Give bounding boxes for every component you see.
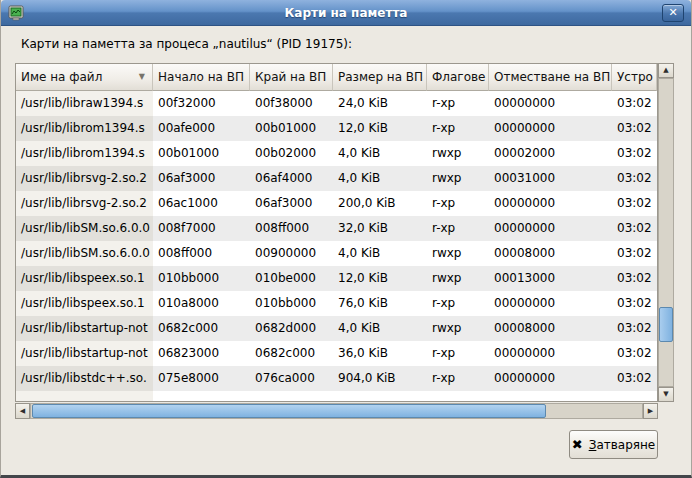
column-header-vm-start[interactable]: Начало на ВП	[153, 64, 250, 91]
table-cell: /usr/lib/libSM.so.6.0.0	[16, 241, 153, 266]
table-header-row: Име на файл ▼ Начало на ВП Край на ВП Ра…	[16, 64, 657, 91]
table-cell: 03:02	[612, 191, 657, 216]
system-monitor-icon	[8, 5, 24, 21]
horizontal-scrollbar[interactable]: ◀ ▶	[15, 403, 658, 419]
table-row[interactable]: /usr/lib/libspeex.so.1010bb000010be00012…	[16, 266, 657, 291]
sort-descending-icon: ▼	[139, 73, 145, 81]
column-header-filename[interactable]: Име на файл ▼	[16, 64, 153, 91]
table-cell: 0682d000	[250, 316, 333, 341]
table-cell: 03:02	[612, 366, 657, 391]
table-cell: rwxp	[427, 241, 489, 266]
table-cell: /usr/lib/librom1394.s	[16, 141, 153, 166]
table-cell: r-xp	[427, 291, 489, 316]
table-cell: 06ac1000	[153, 191, 250, 216]
table-cell: /usr/lib/libspeex.so.1	[16, 291, 153, 316]
table-cell: 00008000	[489, 316, 612, 341]
table-cell: 00008000	[489, 241, 612, 266]
table-cell: 03:02	[612, 266, 657, 291]
horizontal-scrollbar-thumb[interactable]	[32, 404, 546, 418]
table-cell: 00031000	[489, 166, 612, 191]
table-cell: 12,0 KiB	[333, 116, 427, 141]
table-cell: 00b01000	[153, 141, 250, 166]
table-cell: r-xp	[427, 341, 489, 366]
table-cell: 03:02	[612, 116, 657, 141]
table-cell: 008ff000	[153, 241, 250, 266]
table-cell: 12,0 KiB	[333, 266, 427, 291]
vertical-scrollbar[interactable]: ▲ ▼	[658, 63, 674, 402]
table-cell: 00000000	[489, 341, 612, 366]
table-row[interactable]: /usr/lib/libSM.so.6.0.0008f7000008ff0003…	[16, 216, 657, 241]
table-row[interactable]: /usr/lib/libraw1394.s00f3200000f3800024,…	[16, 91, 657, 116]
table-cell: 00000000	[489, 366, 612, 391]
table-row[interactable]: /usr/lib/librsvg-2.so.206af300006af40004…	[16, 166, 657, 191]
table-row[interactable]: /usr/lib/libSM.so.6.0.0008ff000009000004…	[16, 241, 657, 266]
table-cell: rwxp	[427, 266, 489, 291]
table-cell: r-xp	[427, 91, 489, 116]
table-cell: r-xp	[427, 216, 489, 241]
process-heading: Карти на паметта за процеса „nautilus“ (…	[21, 37, 352, 51]
table-cell: 00b02000	[250, 141, 333, 166]
table-cell: 200,0 KiB	[333, 191, 427, 216]
scroll-left-icon[interactable]: ◀	[15, 403, 30, 419]
table-cell: rwxp	[427, 316, 489, 341]
column-header-vm-size[interactable]: Размер на ВП	[333, 64, 427, 91]
scroll-right-icon[interactable]: ▶	[643, 403, 658, 419]
table-cell: 4,0 KiB	[333, 316, 427, 341]
table-row[interactable]: /usr/lib/librom1394.s00b0100000b020004,0…	[16, 141, 657, 166]
table-body: /usr/lib/libraw1394.s00f3200000f3800024,…	[16, 91, 657, 391]
scroll-up-icon[interactable]: ▲	[658, 63, 674, 78]
table-cell: /usr/lib/libstdc++.so.	[16, 366, 153, 391]
table-cell: /usr/lib/libspeex.so.1	[16, 266, 153, 291]
table-cell: r-xp	[427, 366, 489, 391]
scroll-down-icon[interactable]: ▼	[658, 387, 674, 402]
memory-maps-dialog: Карти на паметта ✕ Карти на паметта за п…	[0, 0, 692, 478]
table-row[interactable]: /usr/lib/libstdc++.so.075e8000076ca00090…	[16, 366, 657, 391]
table-cell: 76,0 KiB	[333, 291, 427, 316]
table-row[interactable]: /usr/lib/libstartup-not068230000682c0003…	[16, 341, 657, 366]
table-cell: r-xp	[427, 191, 489, 216]
table-cell: 36,0 KiB	[333, 341, 427, 366]
table-cell: 904,0 KiB	[333, 366, 427, 391]
column-header-vm-end[interactable]: Край на ВП	[250, 64, 333, 91]
table-cell: 24,0 KiB	[333, 91, 427, 116]
table-cell: 03:02	[612, 141, 657, 166]
titlebar[interactable]: Карти на паметта ✕	[1, 0, 691, 26]
vertical-scrollbar-thumb[interactable]	[659, 307, 673, 342]
titlebar-close-icon[interactable]: ✕	[662, 4, 684, 22]
table-cell: 00b01000	[250, 116, 333, 141]
table-cell: rwxp	[427, 141, 489, 166]
table-cell: 008f7000	[153, 216, 250, 241]
table-row[interactable]: /usr/lib/librom1394.s00afe00000b0100012,…	[16, 116, 657, 141]
close-button-label: Затваряне	[589, 438, 656, 452]
close-x-icon: ✖	[572, 438, 583, 451]
table-cell: 32,0 KiB	[333, 216, 427, 241]
table-cell: 06af3000	[250, 191, 333, 216]
table-cell: 00000000	[489, 116, 612, 141]
column-header-flags[interactable]: Флагове	[427, 64, 489, 91]
table-cell: 00000000	[489, 91, 612, 116]
table-cell: 010bb000	[250, 291, 333, 316]
column-header-device[interactable]: Устро	[612, 64, 657, 91]
table-cell: 03:02	[612, 291, 657, 316]
table-cell: /usr/lib/libstartup-not	[16, 341, 153, 366]
table-cell: 00afe000	[153, 116, 250, 141]
table-cell: /usr/lib/libraw1394.s	[16, 91, 153, 116]
window-title: Карти на паметта	[31, 6, 661, 20]
table-cell: 008ff000	[250, 216, 333, 241]
table-cell: 00000000	[489, 191, 612, 216]
table-cell: 03:02	[612, 166, 657, 191]
table-row[interactable]: /usr/lib/libstartup-not0682c0000682d0004…	[16, 316, 657, 341]
table-cell: 03:02	[612, 341, 657, 366]
table-row[interactable]: /usr/lib/librsvg-2.so.206ac100006af30002…	[16, 191, 657, 216]
table-cell: /usr/lib/libSM.so.6.0.0	[16, 216, 153, 241]
table-cell: 00f32000	[153, 91, 250, 116]
table-cell: /usr/lib/libstartup-not	[16, 316, 153, 341]
table-cell: 00900000	[250, 241, 333, 266]
column-header-vm-offset[interactable]: Отместване на ВП	[489, 64, 612, 91]
table-cell: 4,0 KiB	[333, 241, 427, 266]
table-row[interactable]: /usr/lib/libspeex.so.1010a8000010bb00076…	[16, 291, 657, 316]
table-row-partial	[16, 391, 657, 401]
table-cell: 0682c000	[153, 316, 250, 341]
table-cell: /usr/lib/librom1394.s	[16, 116, 153, 141]
close-button[interactable]: ✖ Затваряне	[569, 430, 658, 459]
